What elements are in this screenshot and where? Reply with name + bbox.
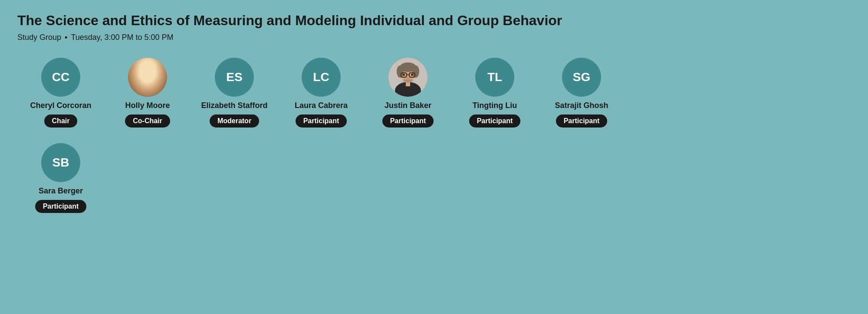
svg-point-17	[412, 65, 419, 78]
separator: ▪	[65, 33, 67, 42]
svg-point-5	[151, 66, 159, 80]
participant-es: ES Elizabeth Stafford Moderator	[191, 58, 278, 128]
svg-point-22	[411, 74, 413, 76]
page-title: The Science and Ethics of Measuring and …	[17, 12, 851, 29]
avatar-hm	[128, 58, 167, 97]
avatar-lc: LC	[302, 58, 341, 97]
participant-name-tl: Tingting Liu	[473, 101, 517, 110]
svg-point-0	[128, 58, 167, 97]
participant-name-es: Elizabeth Stafford	[201, 101, 267, 110]
svg-rect-7	[149, 73, 154, 77]
role-badge-sg: Participant	[556, 114, 608, 128]
avatar-tl: TL	[475, 58, 514, 97]
participant-name-hm: Holly Moore	[125, 101, 170, 110]
session-type: Study Group	[17, 33, 61, 42]
role-badge-sb: Participant	[35, 200, 87, 213]
role-badge-es: Moderator	[210, 114, 259, 128]
role-badge-jb: Participant	[382, 114, 434, 128]
participant-name-sb: Sara Berger	[39, 186, 83, 196]
participant-sg: SG Satrajit Ghosh Participant	[538, 58, 625, 128]
participant-hm: Holly Moore Co-Chair	[104, 58, 191, 128]
avatar-es: ES	[215, 58, 254, 97]
svg-point-3	[139, 62, 156, 74]
svg-point-9	[143, 74, 145, 76]
participant-tl: TL Tingting Liu Participant	[451, 58, 538, 128]
svg-point-24	[403, 78, 413, 83]
svg-point-2	[140, 65, 155, 83]
participant-name-sg: Satrajit Ghosh	[555, 101, 608, 110]
avatar-jb	[388, 58, 427, 97]
participant-name-jb: Justin Baker	[385, 101, 431, 110]
role-badge-cc: Chair	[44, 114, 78, 128]
svg-point-1	[135, 79, 160, 97]
svg-point-10	[151, 74, 153, 76]
participants-row-1: CC Cheryl Corcoran Chair	[17, 58, 851, 128]
svg-point-21	[403, 74, 405, 76]
avatar-sg: SG	[562, 58, 601, 97]
avatar-sb: SB	[41, 143, 80, 182]
participant-sb: SB Sara Berger Participant	[17, 143, 104, 213]
svg-rect-6	[141, 73, 146, 77]
svg-point-4	[136, 66, 144, 80]
session-info: Study Group ▪ Tuesday, 3:00 PM to 5:00 P…	[17, 33, 851, 42]
participant-lc: LC Laura Cabrera Participant	[278, 58, 365, 128]
avatar-cc: CC	[41, 58, 80, 97]
role-badge-lc: Participant	[296, 114, 347, 128]
participant-jb: Justin Baker Participant	[365, 58, 451, 128]
svg-point-16	[397, 65, 404, 78]
session-time: Tuesday, 3:00 PM to 5:00 PM	[71, 33, 173, 42]
role-badge-tl: Participant	[469, 114, 521, 128]
participant-name-lc: Laura Cabrera	[295, 101, 348, 110]
participants-row-2: SB Sara Berger Participant	[17, 143, 851, 213]
participant-cc: CC Cheryl Corcoran Chair	[17, 58, 104, 128]
role-badge-hm: Co-Chair	[125, 114, 170, 128]
participant-name-cc: Cheryl Corcoran	[30, 101, 91, 110]
